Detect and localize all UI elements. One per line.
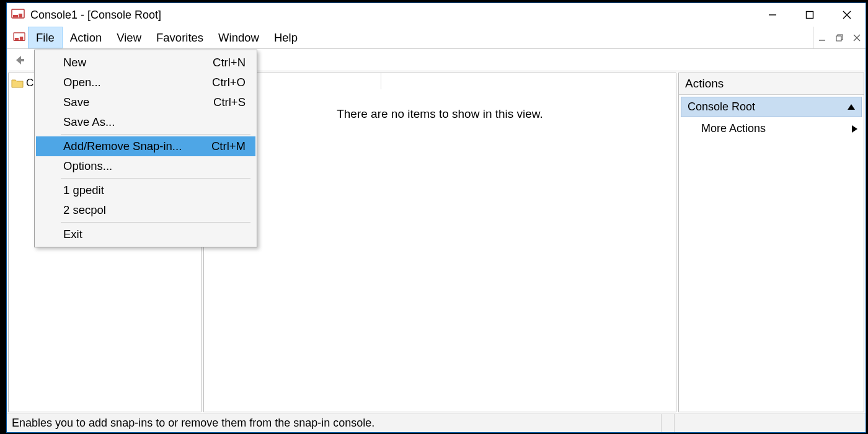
menu-open[interactable]: Open... Ctrl+O [36,73,255,92]
menubar: File Action View Favorites Window Help [7,27,866,49]
svg-rect-12 [836,36,841,41]
menu-save[interactable]: Save Ctrl+S [36,92,255,112]
folder-icon [11,78,24,89]
maximize-button[interactable] [791,3,828,27]
mmc-window: Console1 - [Console Root] File Action Vi… [6,2,866,433]
menu-save-as-label: Save As... [63,115,115,129]
menu-view[interactable]: View [109,27,149,48]
menu-save-shortcut: Ctrl+S [213,95,246,109]
window-title: Console1 - [Console Root] [30,9,161,22]
actions-header: Actions [679,73,864,95]
collapse-icon [848,104,855,110]
menu-help[interactable]: Help [267,27,305,48]
menu-recent-1-label: 1 gpedit [63,184,104,197]
actions-section-label: Console Root [688,100,755,113]
mdi-controls [813,27,866,48]
menu-options-label: Options... [63,159,112,173]
menu-open-label: Open... [63,76,101,89]
mdi-close-button[interactable] [848,27,866,48]
menu-options[interactable]: Options... [36,156,255,176]
mmc-app-icon [11,8,25,22]
menu-add-remove-snapin-shortcut: Ctrl+M [211,140,246,153]
menu-separator [61,134,250,135]
menu-favorites[interactable]: Favorites [149,27,211,48]
menu-file[interactable]: File [28,27,63,48]
column-separator[interactable] [381,73,381,89]
file-dropdown: New Ctrl+N Open... Ctrl+O Save Ctrl+S Sa… [34,50,257,247]
status-text: Enables you to add snap-ins to or remove… [12,414,661,432]
actions-pane: Actions Console Root More Actions [678,73,864,412]
content-pane[interactable]: There are no items to show in this view. [203,73,676,412]
menu-view-label: View [117,31,141,45]
titlebar: Console1 - [Console Root] [7,3,866,27]
actions-section[interactable]: Console Root [681,97,862,117]
svg-rect-8 [15,38,19,40]
menu-add-remove-snapin-label: Add/Remove Snap-in... [63,140,182,153]
menu-save-as[interactable]: Save As... [36,112,255,132]
close-button[interactable] [828,3,866,27]
submenu-icon [852,125,857,133]
menu-recent-1[interactable]: 1 gpedit [36,180,255,200]
statusbar: Enables you to add snap-ins to or remove… [7,414,866,432]
menu-save-label: Save [63,95,89,109]
menu-add-remove-snapin[interactable]: Add/Remove Snap-in... Ctrl+M [36,136,255,156]
menu-help-label: Help [274,31,298,45]
menu-exit[interactable]: Exit [36,224,255,244]
mdi-minimize-button[interactable] [813,27,831,48]
svg-rect-1 [13,15,18,17]
menu-new[interactable]: New Ctrl+N [36,53,255,73]
window-controls [754,3,866,27]
menu-recent-2[interactable]: 2 secpol [36,200,255,220]
svg-rect-2 [19,14,22,17]
svg-rect-9 [20,37,23,40]
minimize-button[interactable] [754,3,791,27]
back-button[interactable] [11,51,28,69]
menu-favorites-label: Favorites [156,31,203,45]
menu-new-shortcut: Ctrl+N [213,56,246,69]
actions-more[interactable]: More Actions [679,117,864,140]
status-mid [661,414,675,432]
status-right [675,414,861,432]
actions-more-label: More Actions [701,122,766,135]
menu-window-label: Window [218,31,259,45]
mdi-app-icon[interactable] [11,27,28,48]
menu-file-label: File [36,31,55,45]
menu-action[interactable]: Action [63,27,109,48]
menu-action-label: Action [70,31,102,45]
menu-open-shortcut: Ctrl+O [212,76,246,89]
menu-exit-label: Exit [63,228,82,241]
svg-rect-15 [20,59,24,61]
menu-separator [61,178,250,179]
menu-recent-2-label: 2 secpol [63,203,106,217]
menu-separator [61,222,250,223]
empty-message: There are no items to show in this view. [204,107,676,121]
svg-rect-4 [807,12,813,19]
mdi-restore-button[interactable] [831,27,848,48]
menu-new-label: New [63,56,86,69]
menu-window[interactable]: Window [211,27,267,48]
